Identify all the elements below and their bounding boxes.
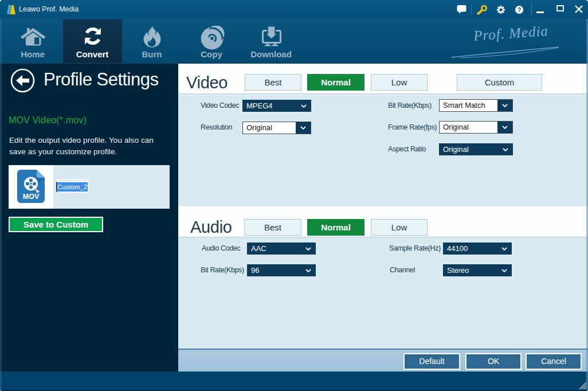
svg-text:MOV: MOV	[23, 193, 40, 201]
svg-text:?: ?	[518, 6, 521, 13]
